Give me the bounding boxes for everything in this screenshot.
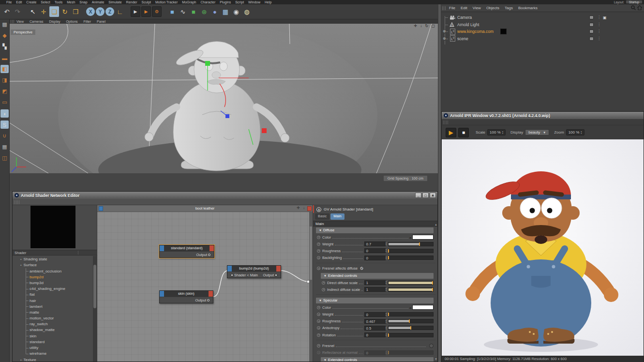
- toolbar-render-settings-icon[interactable]: ⚙: [152, 6, 162, 17]
- keyframe-dot-icon[interactable]: [317, 319, 320, 323]
- toolbar-add-camera-icon[interactable]: ◉: [231, 6, 241, 17]
- value-field[interactable]: 1: [364, 280, 386, 285]
- ipr-toolbar-grip[interactable]: [442, 119, 644, 125]
- visibility-dots[interactable]: ⋮: [597, 37, 601, 41]
- toolbar-scale-icon[interactable]: ❏: [49, 6, 59, 17]
- mode-workplane-mode-icon[interactable]: ▬: [0, 54, 9, 62]
- slider[interactable]: [388, 281, 434, 285]
- props-subgroup-extended-controls[interactable]: ▼Extended controls: [321, 357, 434, 362]
- prop-row-color[interactable]: Color▸: [313, 234, 438, 241]
- shader-type-hair[interactable]: hair: [26, 298, 93, 303]
- keyframe-dot-icon[interactable]: [317, 333, 320, 337]
- node-standard[interactable]: standard (standard)Output: [159, 245, 214, 258]
- toolbar-add-generator-icon[interactable]: ■: [189, 6, 198, 17]
- toolbar-add-cube-icon[interactable]: ■: [167, 6, 177, 17]
- node-graph-canvas[interactable]: standard (standard)Outputbump2d (bump2d)…: [97, 212, 313, 362]
- shader-type-wireframe[interactable]: wireframe: [26, 351, 93, 357]
- keyframe-dot-icon[interactable]: [322, 288, 325, 291]
- keyframe-dot-icon[interactable]: [322, 281, 325, 285]
- keyframe-dot-icon[interactable]: [317, 267, 320, 270]
- toolbar-live-selection-icon[interactable]: ↖: [28, 6, 38, 17]
- props-group-specular[interactable]: ▼Specular: [316, 298, 434, 303]
- props-section-main[interactable]: Main▲: [313, 221, 438, 226]
- shader-type-flat[interactable]: flat: [26, 292, 93, 298]
- layer-toggle[interactable]: [589, 23, 594, 27]
- value-field[interactable]: 0: [364, 350, 386, 355]
- shader-editor-toolbar-grip[interactable]: [13, 199, 437, 205]
- properties-scroll-area[interactable]: Main▲▼DiffuseColor▸Weight0.7▴▾Roughness0…: [313, 221, 438, 362]
- menu-window[interactable]: Window: [248, 0, 260, 4]
- menu-sculpt[interactable]: Sculpt: [142, 0, 151, 4]
- pan-view-icon[interactable]: ✛: [414, 24, 420, 28]
- stepper-icon[interactable]: ▴▾: [386, 281, 387, 285]
- keyframe-dot-icon[interactable]: [317, 313, 320, 316]
- mode-lock-workplane-icon[interactable]: ◫: [0, 154, 9, 162]
- slider[interactable]: [388, 287, 434, 292]
- toolbar-move-icon[interactable]: ✛: [39, 6, 48, 17]
- layer-toggle[interactable]: [589, 30, 594, 33]
- value-field[interactable]: 0.7: [364, 241, 386, 246]
- value-field[interactable]: 0.5: [364, 326, 386, 331]
- stepper-icon[interactable]: ▴▾: [386, 333, 387, 337]
- om-row-arnold-light[interactable]: AArnold Light⋮: [441, 21, 644, 29]
- object-label[interactable]: scene: [457, 36, 468, 41]
- visibility-dots[interactable]: ⋮: [597, 30, 601, 33]
- node-graph-panel[interactable]: boot leather ✛ ↓ standard (standard)Outp…: [97, 205, 313, 362]
- mode-magnet-snap-icon[interactable]: ∪: [0, 132, 9, 140]
- mode-polygon-mode-icon[interactable]: ◧: [0, 65, 9, 73]
- prop-row-color[interactable]: Color▸: [313, 304, 438, 311]
- object-label[interactable]: www.kingcoma.com: [457, 29, 494, 34]
- prop-row-backlighting[interactable]: Backlighting0▴▾: [313, 255, 438, 261]
- layout-dropdown[interactable]: Startup: [626, 0, 643, 4]
- ipr-render-view[interactable]: [442, 139, 644, 356]
- scrollbar[interactable]: [309, 212, 313, 362]
- expand-icon[interactable]: ⊕: [443, 30, 446, 33]
- menu-snap[interactable]: Snap: [79, 0, 87, 4]
- keyframe-dot-icon[interactable]: [317, 249, 320, 253]
- maximize-button[interactable]: □: [422, 193, 429, 198]
- shader-type-c4d-shading-engine[interactable]: c4d_shading_engine: [26, 286, 93, 292]
- ipr-play-button[interactable]: ▶: [446, 128, 456, 137]
- props-group-diffuse[interactable]: ▼Diffuse: [316, 227, 434, 233]
- viewport-panel[interactable]: ViewCamerasDisplayOptionsFilterPanel: [10, 19, 438, 191]
- prop-row-rotation[interactable]: Rotation0▴▾: [313, 332, 438, 338]
- menu-plugins[interactable]: Plugins: [220, 0, 231, 4]
- toolbar-add-light-icon[interactable]: ◍: [242, 6, 252, 17]
- menu-create[interactable]: Create: [26, 0, 36, 4]
- shader-type-bump2d[interactable]: bump2d: [26, 274, 93, 280]
- slider[interactable]: [388, 249, 434, 253]
- viewport-canvas[interactable]: Perspective ✛ ↓ ↻ ▢: [10, 24, 438, 173]
- shader-editor-title-bar[interactable]: Arnold Shader Network Editor _ □ ×: [13, 192, 437, 199]
- keyframe-dot-icon[interactable]: [317, 326, 320, 330]
- expand-icon[interactable]: ⊕: [443, 37, 446, 41]
- value-field[interactable]: 0: [364, 332, 386, 337]
- om-menu-objects[interactable]: Objects: [486, 6, 499, 10]
- stepper-icon[interactable]: ▴▾: [386, 351, 387, 355]
- menu-file[interactable]: File: [6, 0, 12, 4]
- slider[interactable]: [388, 256, 434, 260]
- prop-row-indirect-diffuse-scale[interactable]: Indirect diffuse scale1▴▾: [313, 286, 438, 293]
- menu-mograph[interactable]: MoGraph: [182, 0, 196, 4]
- menu-simulate[interactable]: Simulate: [108, 0, 121, 4]
- mode-texture-checker-icon[interactable]: ▚: [0, 43, 9, 51]
- slider[interactable]: [388, 333, 434, 337]
- prop-row-roughness[interactable]: Roughness0▴▾: [313, 247, 438, 254]
- vp-menu-options[interactable]: Options: [66, 20, 77, 23]
- output-port[interactable]: [275, 274, 277, 276]
- toolbar-lock-x-axis-icon[interactable]: X: [86, 7, 95, 16]
- toolbar-render-view-icon[interactable]: ▶: [131, 6, 140, 17]
- graph-tab-title[interactable]: boot leather: [97, 205, 313, 211]
- scrollbar-thumb[interactable]: [310, 226, 312, 280]
- toolbar-coordinate-system-icon[interactable]: ∟: [115, 6, 125, 17]
- om-menu-edit[interactable]: Edit: [461, 6, 467, 10]
- scrollbar-thumb[interactable]: [93, 265, 96, 308]
- shader-type-matte[interactable]: matte: [26, 309, 93, 315]
- om-menu-file[interactable]: File: [449, 6, 455, 10]
- mode-model-mode-icon[interactable]: ◆: [0, 31, 9, 40]
- shader-preview-swatch[interactable]: [30, 206, 75, 248]
- menu-select[interactable]: Select: [41, 0, 50, 4]
- mode-edge-mode-icon[interactable]: ◨: [0, 76, 9, 84]
- toolbar-render-picture-viewer-icon[interactable]: ▶: [141, 6, 151, 17]
- node-skin[interactable]: skin (skin)Output: [159, 290, 213, 303]
- om-menu-tags[interactable]: Tags: [505, 6, 513, 10]
